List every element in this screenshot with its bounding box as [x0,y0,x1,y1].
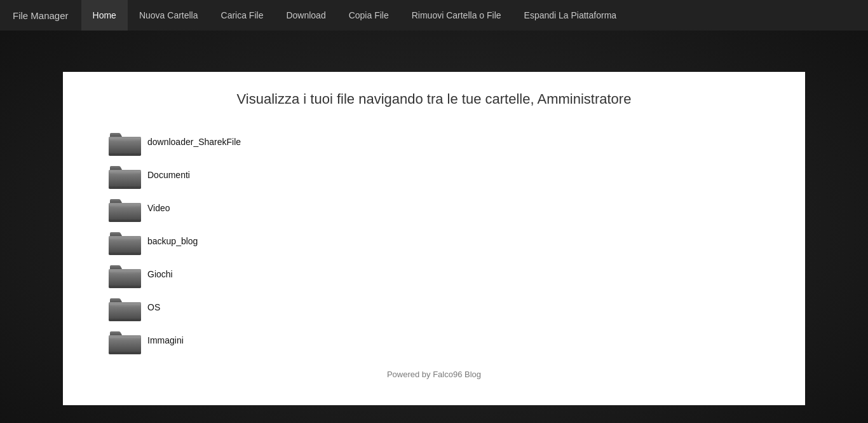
svg-rect-11 [109,253,141,255]
navbar-link-copia-file[interactable]: Copia File [337,0,400,31]
svg-rect-8 [109,219,141,222]
navbar-link-carica-file[interactable]: Carica File [210,0,275,31]
navbar-link-espandi-la-piattaforma[interactable]: Espandi La Piattaforma [513,0,628,31]
folder-icon [107,160,142,190]
svg-rect-14 [109,286,141,288]
navbar: File Manager HomeNuova CartellaCarica Fi… [0,0,868,31]
folder-name: backup_blog [147,236,198,246]
folder-name: Video [147,203,170,213]
folder-name: Immagini [147,335,184,345]
content-panel: Visualizza i tuoi file navigando tra le … [63,72,805,405]
navbar-link-rimuovi-cartella-o-file[interactable]: Rimuovi Cartella o File [400,0,513,31]
folder-name: Documenti [147,170,190,180]
navbar-link-nuova-cartella[interactable]: Nuova Cartella [128,0,210,31]
folder-icon [107,193,142,223]
folder-icon [107,259,142,289]
footer-link[interactable]: Powered by Falco96 Blog [387,370,481,379]
svg-rect-5 [109,186,141,189]
navbar-item-download[interactable]: Download [275,0,337,31]
folder-item[interactable]: downloader_SharekFile [107,127,786,157]
navbar-link-download[interactable]: Download [275,0,337,31]
folder-item[interactable]: Giochi [107,259,786,289]
folder-list: downloader_SharekFile [107,127,786,356]
page-title: Visualizza i tuoi file navigando tra le … [82,91,786,107]
navbar-nav: HomeNuova CartellaCarica FileDownloadCop… [81,0,628,31]
folder-icon [107,127,142,157]
folder-name: downloader_SharekFile [147,137,241,147]
svg-rect-2 [109,153,141,156]
main-wrapper: Visualizza i tuoi file navigando tra le … [0,31,868,423]
folder-item[interactable]: Video [107,193,786,223]
navbar-item-home[interactable]: Home [81,0,128,31]
panel-footer: Powered by Falco96 Blog [82,368,786,380]
folder-icon [107,226,142,256]
navbar-item-nuova-cartella[interactable]: Nuova Cartella [128,0,210,31]
folder-item[interactable]: Documenti [107,160,786,190]
navbar-item-rimuovi-cartella-o-file[interactable]: Rimuovi Cartella o File [400,0,513,31]
navbar-link-home[interactable]: Home [81,0,128,31]
svg-rect-20 [109,352,141,354]
navbar-item-copia-file[interactable]: Copia File [337,0,400,31]
navbar-item-carica-file[interactable]: Carica File [210,0,275,31]
folder-name: Giochi [147,269,173,279]
folder-icon [107,325,142,356]
folder-item[interactable]: backup_blog [107,226,786,256]
folder-name: OS [147,302,160,312]
folder-icon [107,292,142,322]
folder-item[interactable]: Immagini [107,325,786,356]
navbar-item-espandi-la-piattaforma[interactable]: Espandi La Piattaforma [513,0,628,31]
navbar-brand: File Manager [0,0,81,31]
folder-item[interactable]: OS [107,292,786,322]
svg-rect-17 [109,319,141,321]
